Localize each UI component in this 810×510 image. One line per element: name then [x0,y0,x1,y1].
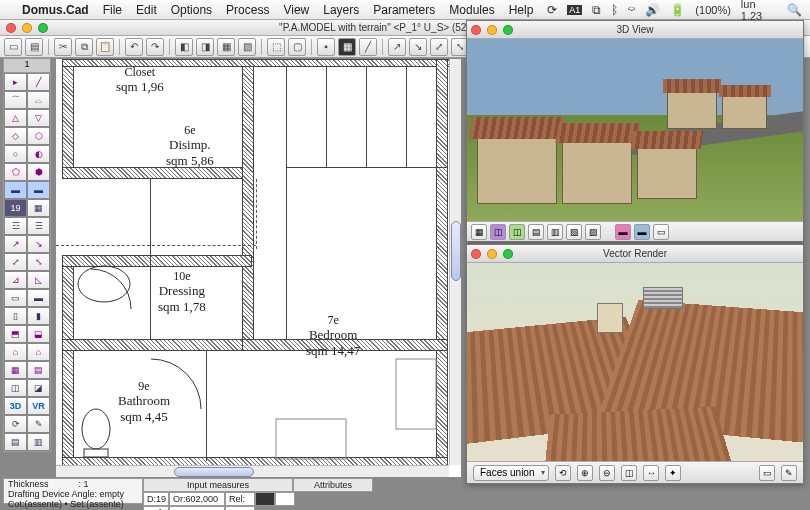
palette-d3[interactable]: ⤢ [4,253,27,271]
vr-btn-6[interactable]: ✦ [665,465,681,481]
palette-i2[interactable]: ⌂ [27,343,50,361]
vr-btn-4[interactable]: ◫ [621,465,637,481]
menu-process[interactable]: Process [226,3,269,17]
tool-new[interactable]: ▭ [4,38,22,56]
palette-h1[interactable]: ⬒ [4,325,27,343]
tool-cut[interactable]: ✂ [54,38,72,56]
tool-k[interactable]: ↘ [409,38,427,56]
tool-i[interactable]: ╱ [359,38,377,56]
vr-btn-8[interactable]: ✎ [781,465,797,481]
vr-viewport[interactable] [467,263,803,461]
sync-icon[interactable]: ⟳ [547,3,557,17]
menu-modules[interactable]: Modules [449,3,494,17]
rel-field[interactable]: Rel: [225,492,255,506]
tool-open[interactable]: ▤ [25,38,43,56]
palette-j1[interactable]: ▦ [4,361,27,379]
palette-sel-l[interactable]: ▬ [4,181,27,199]
palette-c1[interactable]: ☲ [4,217,27,235]
palette-f2[interactable]: ▬ [27,289,50,307]
plan-canvas[interactable]: Closetsqm 1,96 6eDisimp.sqm 5,86 10eDres… [56,59,449,465]
bluetooth-icon[interactable]: ᛒ [611,3,618,17]
tool-paste[interactable]: 📋 [96,38,114,56]
tool-a[interactable]: ◧ [175,38,193,56]
palette-3d[interactable]: 3D [4,397,27,415]
3d-btn-6[interactable]: ▧ [566,224,582,240]
palette-i1[interactable]: ⌂ [4,343,27,361]
menu-options[interactable]: Options [171,3,212,17]
vr-btn-5[interactable]: ↔ [643,465,659,481]
battery-icon[interactable]: 🔋 [670,3,685,17]
tool-d[interactable]: ▧ [238,38,256,56]
app-name[interactable]: Domus.Cad [22,3,89,17]
3d-btn-2[interactable]: ◫ [490,224,506,240]
palette-d2[interactable]: ↘ [27,235,50,253]
vr-btn-1[interactable]: ⟲ [555,465,571,481]
volume-icon[interactable]: 🔊 [645,3,660,17]
palette-b2[interactable]: ▦ [27,199,50,217]
palette-sel-r[interactable]: ▬ [27,181,50,199]
3d-btn-9[interactable]: ▬ [634,224,650,240]
palette-m2[interactable]: ▥ [27,433,50,451]
tool-j[interactable]: ↗ [388,38,406,56]
menu-layers[interactable]: Layers [323,3,359,17]
tool-copy[interactable]: ⧉ [75,38,93,56]
palette-vr[interactable]: VR [27,397,50,415]
3d-viewport[interactable] [467,39,803,221]
vr-mode-dropdown[interactable]: Faces union [473,465,549,481]
tool-redo[interactable]: ↷ [146,38,164,56]
tool-g[interactable]: ▪ [317,38,335,56]
3d-btn-8[interactable]: ▬ [615,224,631,240]
palette-h2[interactable]: ⬓ [27,325,50,343]
vr-btn-3[interactable]: ⊖ [599,465,615,481]
palette-b1[interactable]: 19 [4,199,27,217]
palette-a5[interactable]: ◇ [4,127,27,145]
palette-l1[interactable]: ⟳ [4,415,27,433]
d-field[interactable]: D:19 [143,492,169,506]
tool-f[interactable]: ▢ [288,38,306,56]
palette-line[interactable]: ╱ [27,73,50,91]
display-icon[interactable]: ⧉ [592,3,601,17]
menu-parameters[interactable]: Parameters [373,3,435,17]
palette-a8[interactable]: ◐ [27,145,50,163]
palette-l2[interactable]: ✎ [27,415,50,433]
palette-a3[interactable]: △ [4,109,27,127]
palette-a2[interactable]: ⌓ [27,91,50,109]
vr-traffic[interactable] [471,249,513,259]
tool-b[interactable]: ◨ [196,38,214,56]
palette-g2[interactable]: ▮ [27,307,50,325]
wifi-icon[interactable]: ⌔ [628,3,635,17]
palette-d4[interactable]: ⤡ [27,253,50,271]
palette-f1[interactable]: ▭ [4,289,27,307]
tool-l[interactable]: ⤢ [430,38,448,56]
palette-j2[interactable]: ▤ [27,361,50,379]
plan-scroll-vertical[interactable] [449,59,461,465]
palette-arrow[interactable]: ▸ [4,73,27,91]
palette-m1[interactable]: ▤ [4,433,27,451]
3d-btn-5[interactable]: ▥ [547,224,563,240]
palette-k2[interactable]: ◪ [27,379,50,397]
palette-d1[interactable]: ↗ [4,235,27,253]
palette-a1[interactable]: ⌒ [4,91,27,109]
traffic-lights[interactable] [6,23,48,33]
3d-btn-3[interactable]: ◫ [509,224,525,240]
palette-a4[interactable]: ▽ [27,109,50,127]
3d-btn-1[interactable]: ▦ [471,224,487,240]
plan-scroll-horizontal[interactable] [56,465,449,477]
tool-h[interactable]: ▦ [338,38,356,56]
menu-edit[interactable]: Edit [136,3,157,17]
vr-btn-2[interactable]: ⊕ [577,465,593,481]
menu-help[interactable]: Help [509,3,534,17]
palette-k1[interactable]: ◫ [4,379,27,397]
or-field[interactable]: Or:602,000 [169,492,225,506]
ref-field[interactable]: Ref: [143,506,169,510]
menu-view[interactable]: View [283,3,309,17]
palette-a7[interactable]: ○ [4,145,27,163]
vr-btn-7[interactable]: ▭ [759,465,775,481]
3d-btn-7[interactable]: ▨ [585,224,601,240]
menu-file[interactable]: File [103,3,122,17]
palette-a10[interactable]: ⬢ [27,163,50,181]
palette-e1[interactable]: ⊿ [4,271,27,289]
spotlight-icon[interactable]: 🔍 [787,3,802,17]
tool-e[interactable]: ⬚ [267,38,285,56]
tool-c[interactable]: ▦ [217,38,235,56]
